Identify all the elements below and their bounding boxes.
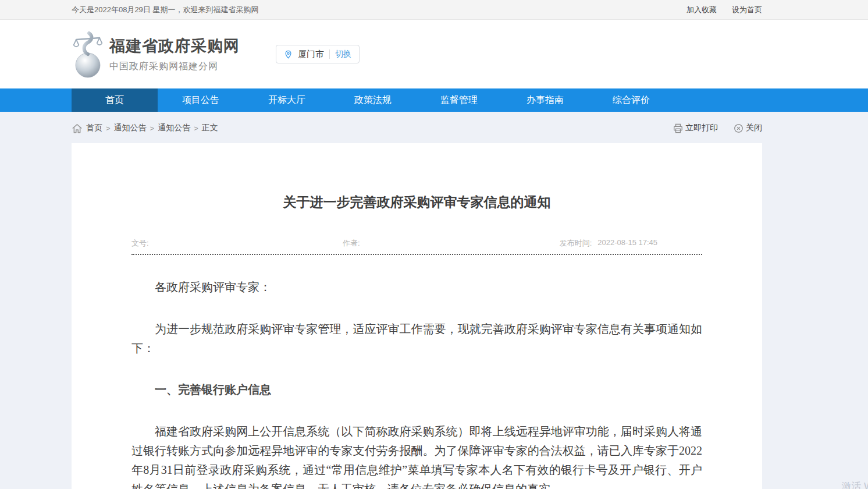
location-city: 厦门市 (298, 49, 324, 60)
nav-item-bid-opening-hall[interactable]: 开标大厅 (244, 88, 330, 112)
site-subtitle: 中国政府采购网福建分网 (109, 61, 240, 73)
site-title: 福建省政府采购网 (109, 36, 240, 56)
breadcrumb-separator: > (194, 124, 198, 133)
article-title: 关于进一步完善政府采购评审专家信息的通知 (131, 193, 702, 211)
print-button[interactable]: 立即打印 (673, 123, 718, 134)
breadcrumb-notices-1[interactable]: 通知公告 (114, 123, 147, 133)
site-header: 福建省政府采购网 中国政府采购网福建分网 厦门市 切换 (0, 20, 868, 88)
home-icon (72, 123, 83, 134)
welcome-text: 今天是2022年08月29日 星期一，欢迎来到福建省采购网 (72, 5, 258, 15)
site-title-block: 福建省政府采购网 中国政府采购网福建分网 (109, 36, 240, 73)
close-button-label: 关闭 (746, 123, 762, 133)
breadcrumb-separator: > (106, 124, 111, 133)
breadcrumb-current: 正文 (202, 123, 218, 133)
article-card: 关于进一步完善政府采购评审专家信息的通知 文号: 作者: 发布时间: 2022-… (72, 143, 762, 489)
close-icon (733, 123, 744, 134)
meta-publish-time: 发布时间: 2022-08-15 17:45 (560, 238, 657, 249)
set-homepage-link[interactable]: 设为首页 (732, 5, 762, 15)
breadcrumb-home[interactable]: 首页 (86, 123, 102, 133)
page-actions: 立即打印 关闭 (673, 123, 762, 134)
location-pin-icon (284, 50, 293, 59)
breadcrumb-row: 首页 > 通知公告 > 通知公告 > 正文 立即打印 关闭 (72, 120, 762, 136)
meta-publish-value: 2022-08-15 17:45 (597, 238, 657, 249)
article-body: 各政府采购评审专家： 为进一步规范政府采购评审专家管理，适应评审工作需要，现就完… (131, 278, 702, 489)
nav-item-service-guide[interactable]: 办事指南 (502, 88, 588, 112)
nav-item-home[interactable]: 首页 (72, 88, 158, 112)
meta-publish-label: 发布时间: (560, 238, 592, 249)
topbar-links: 加入收藏 设为首页 (686, 5, 762, 15)
location-divider (329, 49, 330, 59)
printer-icon (673, 123, 684, 134)
topbar: 今天是2022年08月29日 星期一，欢迎来到福建省采购网 加入收藏 设为首页 (0, 0, 868, 20)
paragraph-salutation: 各政府采购评审专家： (131, 278, 702, 297)
meta-doc-number-label: 文号: (131, 238, 343, 249)
main-nav: 首页 项目公告 开标大厅 政策法规 监督管理 办事指南 综合评价 (0, 88, 868, 112)
add-favorite-link[interactable]: 加入收藏 (686, 5, 717, 15)
location-switch-link[interactable]: 切换 (335, 49, 351, 59)
article-meta: 文号: 作者: 发布时间: 2022-08-15 17:45 (131, 238, 702, 255)
nav-item-project-announcements[interactable]: 项目公告 (158, 88, 244, 112)
site-logo-icon (72, 30, 104, 79)
paragraph-intro: 为进一步规范政府采购评审专家管理，适应评审工作需要，现就完善政府采购评审专家信息… (131, 320, 702, 358)
breadcrumb-notices-2[interactable]: 通知公告 (158, 123, 190, 133)
location-selector[interactable]: 厦门市 切换 (276, 45, 360, 63)
meta-author-label: 作者: (343, 238, 560, 249)
activate-windows-watermark: 激活 Windows (841, 480, 868, 489)
section-1-body: 福建省政府采购网上公开信息系统（以下简称政府采购系统）即将上线远程异地评审功能，… (131, 422, 702, 489)
breadcrumb-separator: > (150, 124, 155, 133)
breadcrumb: 首页 > 通知公告 > 通知公告 > 正文 (72, 123, 218, 134)
nav-item-policies[interactable]: 政策法规 (330, 88, 416, 112)
section-1-heading: 一、完善银行账户信息 (131, 380, 702, 399)
nav-item-comprehensive-evaluation[interactable]: 综合评价 (588, 88, 674, 112)
print-button-label: 立即打印 (685, 123, 718, 133)
nav-item-supervision[interactable]: 监督管理 (416, 88, 502, 112)
close-button[interactable]: 关闭 (733, 123, 762, 134)
